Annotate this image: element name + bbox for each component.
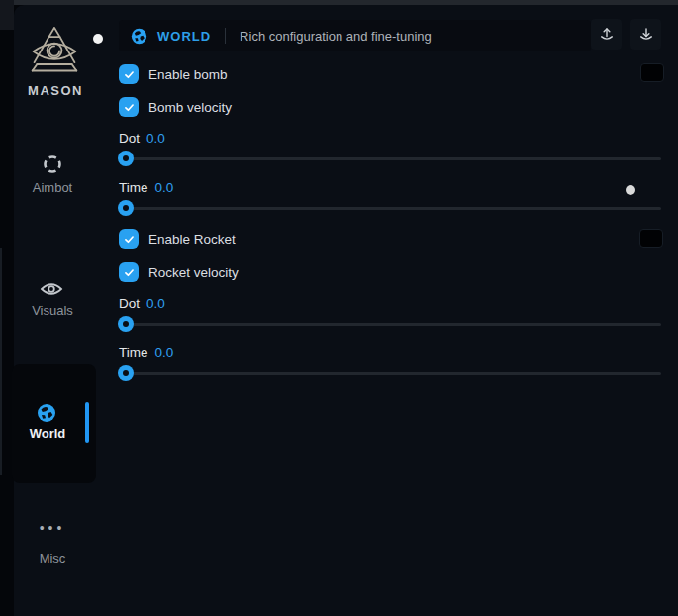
brand-name: MASON <box>14 83 97 98</box>
rocket-color-swatch[interactable] <box>639 229 663 248</box>
cursor-dot <box>626 185 635 195</box>
slider-value: 0.0 <box>146 131 165 146</box>
sidebar-item-world-label[interactable]: World <box>12 426 83 441</box>
background-edge-line <box>0 248 2 475</box>
checkbox-label: Enable Rocket <box>148 232 236 247</box>
slider-value: 0.0 <box>155 180 174 195</box>
rocket-velocity-row: Rocket velocity <box>119 262 239 282</box>
rocket-dot-slider-track[interactable] <box>119 323 661 326</box>
bomb-time-slider-track[interactable] <box>119 207 661 210</box>
enable-bomb-row: Enable bomb <box>119 64 228 84</box>
rocket-velocity-checkbox[interactable] <box>119 262 139 282</box>
slider-handle[interactable] <box>118 151 134 166</box>
check-icon <box>123 101 136 114</box>
page-title: WORLD <box>157 29 211 44</box>
enable-rocket-row: Enable Rocket <box>119 229 236 249</box>
upload-icon <box>598 26 616 44</box>
rocket-dot-slider-label: Dot0.0 <box>119 296 165 311</box>
slider-value: 0.0 <box>146 296 165 311</box>
background-corner <box>0 0 14 30</box>
mason-logo-icon <box>25 26 84 77</box>
globe-icon <box>37 403 56 423</box>
download-icon <box>637 26 655 44</box>
check-icon <box>123 266 136 279</box>
page-subtitle: Rich configuration and fine-tuning <box>240 29 432 44</box>
crosshair-icon <box>42 154 63 175</box>
enable-bomb-checkbox[interactable] <box>119 64 139 84</box>
globe-icon <box>131 28 147 45</box>
page-header: WORLD Rich configuration and fine-tuning <box>119 20 591 51</box>
slider-name: Time <box>119 180 148 195</box>
bomb-velocity-row: Bomb velocity <box>119 97 232 117</box>
slider-handle[interactable] <box>118 316 134 332</box>
slider-handle[interactable] <box>118 365 134 381</box>
sidebar-item-world-selected[interactable] <box>12 364 96 483</box>
slider-handle[interactable] <box>118 200 134 216</box>
rocket-time-slider-label: Time0.0 <box>119 345 173 359</box>
sidebar-item-aimbot[interactable]: Aimbot <box>14 180 91 195</box>
app-panel <box>14 5 678 616</box>
bomb-velocity-checkbox[interactable] <box>119 97 139 117</box>
slider-name: Dot <box>119 296 140 311</box>
ellipsis-icon: ••• <box>14 523 91 533</box>
slider-name: Time <box>119 345 148 359</box>
slider-name: Dot <box>119 131 140 146</box>
check-icon <box>123 68 136 81</box>
bomb-color-swatch[interactable] <box>640 63 664 82</box>
download-config-button[interactable] <box>630 19 661 50</box>
slider-value: 0.0 <box>155 345 174 359</box>
rocket-time-slider-track[interactable] <box>119 372 661 375</box>
bomb-dot-slider-label: Dot0.0 <box>119 131 165 146</box>
sidebar-item-visuals[interactable]: Visuals <box>14 303 91 318</box>
upload-config-button[interactable] <box>591 19 622 50</box>
bomb-time-slider-label: Time0.0 <box>119 180 173 195</box>
checkbox-label: Enable bomb <box>148 67 228 82</box>
check-icon <box>123 233 136 246</box>
checkbox-label: Bomb velocity <box>148 100 232 115</box>
checkbox-label: Rocket velocity <box>148 265 239 280</box>
selected-indicator-bar <box>85 402 89 443</box>
header-divider <box>225 28 226 44</box>
sidebar-item-misc[interactable]: Misc <box>14 551 91 565</box>
bomb-dot-slider-track[interactable] <box>119 157 661 160</box>
cursor-dot <box>93 34 103 44</box>
enable-rocket-checkbox[interactable] <box>119 229 139 249</box>
eye-icon <box>40 281 63 297</box>
